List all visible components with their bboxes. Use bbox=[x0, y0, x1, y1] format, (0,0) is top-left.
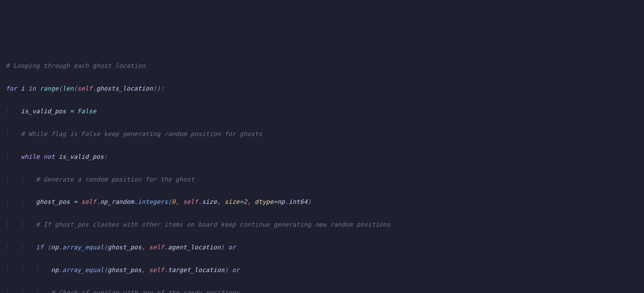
keyword-for: for bbox=[6, 85, 17, 92]
module-np: np bbox=[51, 244, 59, 251]
method-array-equal: array_equal bbox=[63, 266, 104, 274]
prop-agent-location: agent_location bbox=[168, 244, 221, 251]
keyword-if: if bbox=[36, 244, 43, 251]
code-line: │ while not is_valid_pos: bbox=[6, 151, 638, 162]
var-ghost-pos: ghost_pos bbox=[36, 198, 70, 205]
prop-target-location: target_location bbox=[168, 266, 225, 274]
code-line: # Looping through each ghost location bbox=[6, 60, 638, 71]
literal-2: 2 bbox=[244, 198, 247, 205]
comment: # Generate a random position for the gho… bbox=[36, 176, 194, 183]
module-np: np bbox=[277, 198, 285, 205]
method-array-equal: array_equal bbox=[63, 244, 104, 251]
self-ref: self bbox=[149, 244, 164, 251]
var-ghost-pos: ghost_pos bbox=[108, 266, 142, 274]
self-ref: self bbox=[149, 266, 164, 274]
param-dtype: dtype bbox=[255, 198, 274, 205]
var-ghost-pos: ghost_pos bbox=[108, 244, 142, 251]
code-line: │ │ │ np.array_equal(ghost_pos, self.tar… bbox=[6, 264, 638, 276]
method-integers: integers bbox=[138, 198, 168, 205]
builtin-len: len bbox=[63, 85, 74, 92]
prop-size: size bbox=[202, 198, 217, 205]
code-line: │ │ if (np.array_equal(ghost_pos, self.a… bbox=[6, 242, 638, 253]
self-ref: self bbox=[183, 198, 198, 205]
param-size: size bbox=[224, 198, 240, 205]
op-assign: = bbox=[70, 108, 73, 115]
code-line: │ │ # If ghost_pos clashes with other it… bbox=[6, 219, 638, 230]
var-i: i bbox=[21, 85, 25, 92]
module-np: np bbox=[51, 266, 59, 274]
keyword-not: not bbox=[43, 153, 55, 160]
code-line: for i in range(len(self.ghosts_location)… bbox=[6, 83, 638, 94]
keyword-or: or bbox=[228, 244, 236, 251]
var-is-valid-pos: is_valid_pos bbox=[59, 153, 104, 160]
keyword-in: in bbox=[29, 85, 36, 92]
builtin-range: range bbox=[40, 85, 59, 92]
code-line: │ │ │ # Check if overlap with any of the… bbox=[6, 287, 638, 293]
op-assign: = bbox=[74, 198, 77, 205]
keyword-while: while bbox=[21, 153, 40, 160]
keyword-or: or bbox=[232, 266, 240, 274]
prop-np-random: np_random bbox=[100, 198, 134, 205]
self-ref: self bbox=[81, 198, 96, 205]
code-line: │ │ # Generate a random position for the… bbox=[6, 174, 638, 185]
code-line: │ │ ghost_pos = self.np_random.integers(… bbox=[6, 196, 638, 207]
comment: # Looping through each ghost location bbox=[6, 62, 145, 69]
literal-false: False bbox=[77, 108, 96, 115]
prop-int64: int64 bbox=[289, 198, 308, 205]
self-ref: self bbox=[77, 85, 93, 92]
prop-ghosts-location: ghosts_location bbox=[96, 85, 153, 92]
code-line: │ # While flag is False keep generating … bbox=[6, 128, 638, 140]
comment: # While flag is False keep generating ra… bbox=[21, 130, 262, 137]
comment: # Check if overlap with any of the candy… bbox=[51, 289, 240, 293]
comment: # If ghost_pos clashes with other items … bbox=[36, 221, 390, 228]
var-is-valid-pos: is_valid_pos bbox=[21, 108, 66, 115]
literal-0: 0 bbox=[172, 198, 175, 205]
code-line: │ is_valid_pos = False bbox=[6, 106, 638, 117]
code-editor[interactable]: # Looping through each ghost location fo… bbox=[6, 49, 638, 293]
